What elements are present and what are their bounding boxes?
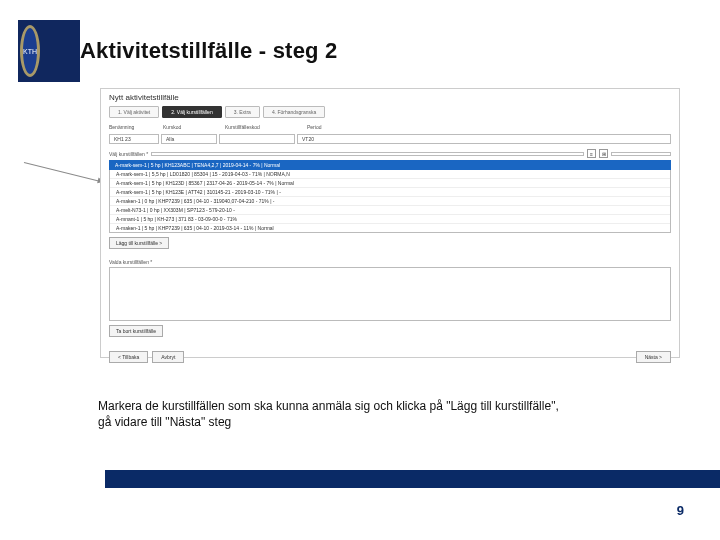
field-period[interactable]: VT20 bbox=[297, 134, 671, 144]
kth-logo-text: KTH bbox=[23, 48, 37, 55]
remove-course-button[interactable]: Ta bort kurstillfälle bbox=[109, 325, 163, 337]
footer-bar bbox=[105, 470, 720, 488]
results-list: A-mark-sem-1 | 5,5 hp | LD01820 | 85304 … bbox=[109, 170, 671, 233]
list-item[interactable]: A-melt-N73-1 | 0 hp | XX303M | SP7123 - … bbox=[110, 206, 670, 215]
selected-label: Valda kurstillfällen * bbox=[109, 259, 671, 265]
search-row: Välj kurstillfällen * ≡ ⊞ bbox=[101, 146, 679, 160]
list-item[interactable]: A-mark-sem-1 | 5,5 hp | LD01820 | 85304 … bbox=[110, 170, 670, 179]
grid-view-icon[interactable]: ⊞ bbox=[599, 149, 608, 158]
next-button[interactable]: Nästa > bbox=[636, 351, 671, 363]
wizard-step-2[interactable]: 2. Välj kurstillfällen bbox=[162, 106, 221, 118]
filter-row-labels: Benämning Kurskod Kurstillfälleskod Peri… bbox=[101, 122, 679, 132]
field-kurstyp[interactable] bbox=[219, 134, 295, 144]
kth-logo-circle: KTH bbox=[20, 25, 40, 77]
search-label: Välj kurstillfällen * bbox=[109, 151, 148, 157]
slide-caption: Markera de kurstillfällen som ska kunna … bbox=[98, 398, 658, 430]
app-page-title: Nytt aktivitetstillfälle bbox=[101, 89, 679, 104]
label-benamning: Benämning bbox=[109, 124, 161, 130]
list-item[interactable]: A-maken-1 | 0 hp | KHP7239 | 635 | 04-10… bbox=[110, 197, 670, 206]
wizard-step-4[interactable]: 4. Förhandsgranska bbox=[263, 106, 325, 118]
caption-line-1: Markera de kurstillfällen som ska kunna … bbox=[98, 398, 658, 414]
prev-button[interactable]: < Tillbaka bbox=[109, 351, 148, 363]
pointer-arrow bbox=[24, 162, 102, 182]
slide: KTH Aktivitetstillfälle - steg 2 Nytt ak… bbox=[0, 0, 720, 540]
caption-line-2: gå vidare till "Nästa" steg bbox=[98, 414, 658, 430]
label-kurstyp: Kurstillfälleskod bbox=[225, 124, 305, 130]
add-course-button[interactable]: Lägg till kurstillfälle > bbox=[109, 237, 169, 249]
nav-row: < Tillbaka Avbryt Nästa > bbox=[109, 351, 671, 363]
app-screenshot: Nytt aktivitetstillfälle 1. Välj aktivit… bbox=[100, 88, 680, 358]
filter-row-fields: KH1 23 Alla VT20 bbox=[101, 132, 679, 146]
page-number: 9 bbox=[677, 503, 684, 518]
wizard-steps: 1. Välj aktivitet 2. Välj kurstillfällen… bbox=[101, 104, 679, 122]
field-benamning[interactable]: KH1 23 bbox=[109, 134, 159, 144]
list-item[interactable]: A-mnant-1 | 5 hp | KH-273 | 371 83 - 03-… bbox=[110, 215, 670, 224]
label-kurskod: Kurskod bbox=[163, 124, 223, 130]
list-item[interactable]: A-mark-sem-1 | 5 hp | KH123D | 85367 | 2… bbox=[110, 179, 670, 188]
slide-title: Aktivitetstillfälle - steg 2 bbox=[80, 38, 337, 64]
wizard-step-1[interactable]: 1. Välj aktivitet bbox=[109, 106, 159, 118]
list-item[interactable]: A-mark-sem-1 | 5 hp | KH123E | ATT42 | 3… bbox=[110, 188, 670, 197]
sort-select[interactable] bbox=[611, 152, 671, 156]
selected-listbox[interactable] bbox=[109, 267, 671, 321]
results-selected-header[interactable]: A-mark-sem-1 | 5 hp | KH123ABC | TENA4,2… bbox=[109, 160, 671, 170]
list-view-icon[interactable]: ≡ bbox=[587, 149, 596, 158]
wizard-step-3[interactable]: 3. Extra bbox=[225, 106, 260, 118]
list-item[interactable]: A-maken-1 | 5 hp | KHP7239 | 635 | 04-10… bbox=[110, 224, 670, 232]
cancel-button[interactable]: Avbryt bbox=[152, 351, 184, 363]
label-period: Period bbox=[307, 124, 671, 130]
search-input[interactable] bbox=[151, 152, 584, 156]
slide-header: KTH Aktivitetstillfälle - steg 2 bbox=[0, 0, 720, 82]
field-kurskod[interactable]: Alla bbox=[161, 134, 217, 144]
kth-logo: KTH bbox=[18, 20, 80, 82]
